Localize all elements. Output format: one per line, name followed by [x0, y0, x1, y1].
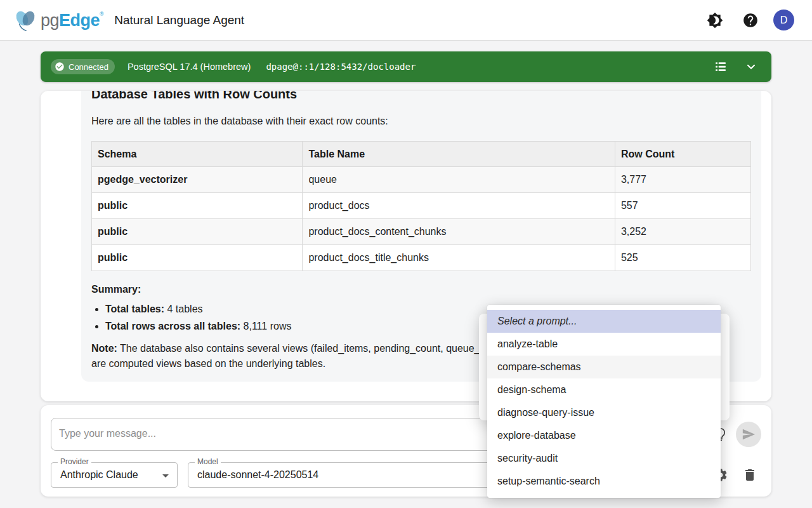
trash-icon: [742, 467, 757, 483]
column-header: Schema: [92, 142, 303, 167]
menu-item-explore-database[interactable]: explore-database: [487, 424, 721, 447]
row-counts-table: Schema Table Name Row Count pgedge_vecto…: [91, 141, 751, 271]
connection-bar: Connected PostgreSQL 17.4 (Homebrew) dpa…: [41, 51, 771, 82]
view-list-icon: [714, 60, 728, 74]
connection-actions: [708, 54, 764, 79]
provider-value: Anthropic Claude: [60, 463, 138, 487]
message-intro: Here are all the tables in the database …: [91, 114, 751, 129]
message-heading: Database Tables with Row Counts: [91, 91, 751, 102]
connection-status-label: Connected: [69, 62, 108, 72]
column-header: Table Name: [303, 142, 615, 167]
menu-item-security-audit[interactable]: security-audit: [487, 447, 721, 470]
connection-status-badge: Connected: [51, 59, 115, 74]
column-header: Row Count: [615, 142, 750, 167]
header-actions: D: [702, 8, 794, 33]
page-title: Natural Language Agent: [114, 13, 244, 27]
connection-string: dpage@::1/128:5432/docloader: [266, 62, 416, 72]
provider-select[interactable]: Provider Anthropic Claude: [51, 462, 178, 488]
table-row: pgedge_vectorizer queue 3,777: [92, 167, 751, 193]
pgedge-wordmark: pgEdge®: [41, 8, 103, 33]
table-row: public product_docs_title_chunks 525: [92, 245, 751, 271]
menu-item-diagnose-query-issue[interactable]: diagnose-query-issue: [487, 401, 721, 424]
theme-toggle-button[interactable]: [702, 8, 728, 33]
avatar[interactable]: D: [773, 10, 794, 30]
dropdown-arrow-icon: [158, 468, 173, 486]
model-value: claude-sonnet-4-20250514: [197, 463, 318, 487]
pgedge-logo-icon: [13, 8, 38, 33]
prompt-menu: Select a prompt... analyze-table compare…: [487, 305, 721, 498]
send-button[interactable]: [736, 422, 761, 447]
server-version-label: PostgreSQL 17.4 (Homebrew): [128, 62, 251, 72]
brightness-icon: [707, 12, 723, 29]
menu-item-setup-semantic-search[interactable]: setup-semantic-search: [487, 470, 721, 493]
app-header: pgEdge® Natural Language Agent D: [0, 0, 812, 41]
table-row: public product_docs_content_chunks 3,252: [92, 219, 751, 245]
server-list-button[interactable]: [708, 54, 733, 79]
send-icon: [742, 427, 756, 441]
app: pgEdge® Natural Language Agent D Connect…: [0, 0, 812, 508]
menu-item-placeholder[interactable]: Select a prompt...: [487, 310, 721, 333]
table-row: public product_docs 557: [92, 193, 751, 219]
menu-item-analyze-table[interactable]: analyze-table: [487, 333, 721, 356]
table-header-row: Schema Table Name Row Count: [92, 142, 751, 167]
pgedge-logo: pgEdge®: [13, 8, 103, 33]
menu-item-compare-schemas[interactable]: compare-schemas: [487, 356, 721, 378]
help-icon: [742, 12, 759, 29]
summary-heading: Summary:: [91, 284, 751, 295]
menu-item-design-schema[interactable]: design-schema: [487, 378, 721, 401]
help-button[interactable]: [738, 8, 763, 33]
connection-expand-button[interactable]: [738, 54, 764, 79]
clear-chat-button[interactable]: [737, 462, 763, 488]
check-circle-icon: [55, 62, 65, 72]
chevron-down-icon: [744, 60, 758, 74]
